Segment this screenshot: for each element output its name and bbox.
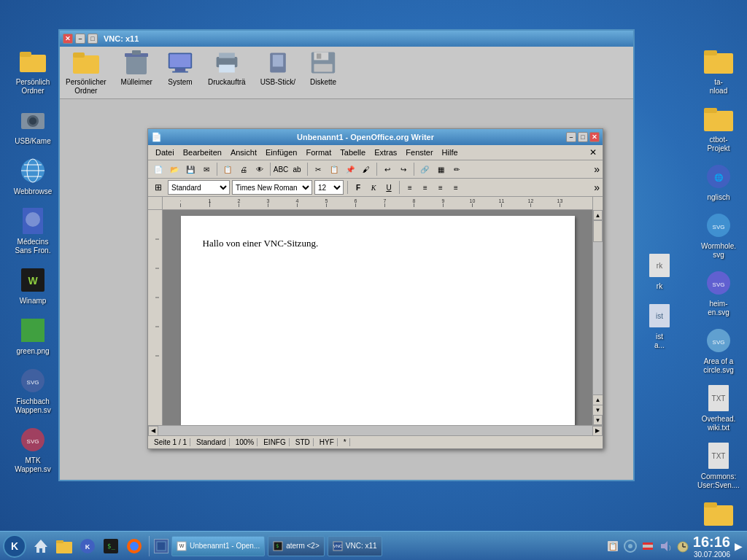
- desktop-icon-webbrowser[interactable]: Webbrowse: [7, 153, 58, 199]
- tray-volume[interactable]: ): [658, 539, 673, 553]
- quicklaunch-home[interactable]: [31, 536, 51, 556]
- vscroll-down[interactable]: ▼: [593, 415, 603, 425]
- align-center-button[interactable]: ≡: [419, 181, 432, 194]
- desktop-icon-mtk[interactable]: SVG MTKWappen.sv: [7, 422, 58, 477]
- toolbar-print[interactable]: 🖨: [236, 162, 251, 176]
- menu-tabelle[interactable]: Tabelle: [336, 147, 370, 158]
- desktop-icon-ist[interactable]: ist ista...: [634, 298, 685, 353]
- toolbar-draw[interactable]: ✏: [449, 162, 464, 176]
- oo-close-button[interactable]: ✕: [589, 132, 600, 142]
- oo-minimize-button[interactable]: –: [566, 132, 576, 142]
- toolbar-open[interactable]: 📂: [167, 162, 182, 176]
- oo-maximize-button[interactable]: □: [578, 132, 588, 142]
- tray-clock-alarm[interactable]: [676, 539, 690, 553]
- desktop-icon-persoenlicher-ordner2[interactable]: PersönlichOrdner: [7, 44, 58, 98]
- taskbar-window-aterm[interactable]: $ aterm <2>: [268, 536, 325, 556]
- menu-bearbeiten[interactable]: Bearbeiten: [179, 147, 226, 158]
- tray-flag[interactable]: [640, 539, 655, 553]
- vscroll-up[interactable]: ▲: [593, 210, 603, 220]
- toolbar-pdf[interactable]: 📋: [220, 162, 235, 176]
- vnc-icon-diskette[interactable]: Diskette: [310, 50, 336, 96]
- desktop-icon-ctbot[interactable]: ctbot-Projekt: [693, 101, 744, 156]
- desktop-icon-area[interactable]: SVG Area of acircle.svg: [693, 323, 744, 378]
- size-select[interactable]: 12: [314, 180, 344, 195]
- tray-clipboard[interactable]: 📋: [605, 539, 620, 553]
- toolbar-email[interactable]: ✉: [199, 162, 214, 176]
- vnc-minimize-button[interactable]: –: [75, 34, 85, 44]
- hscroll-left[interactable]: ◀: [148, 426, 158, 436]
- tray-network[interactable]: [623, 539, 638, 553]
- menu-close-button[interactable]: ✕: [587, 147, 600, 158]
- menu-datei[interactable]: Datei: [151, 147, 179, 158]
- vnc-taskbar-btn[interactable]: [154, 539, 169, 553]
- desktop-icon-medecins[interactable]: MédecinsSans Fron.: [7, 203, 58, 258]
- italic-button[interactable]: K: [367, 181, 380, 194]
- toolbar-expand[interactable]: »: [594, 163, 600, 175]
- quicklaunch-folder[interactable]: [54, 536, 74, 556]
- toolbar-table[interactable]: ▦: [433, 162, 448, 176]
- toolbar-copy[interactable]: 📋: [327, 162, 341, 176]
- toolbar-cut[interactable]: ✂: [311, 162, 325, 176]
- toolbar-new[interactable]: 📄: [151, 162, 166, 176]
- vnc-taskbar-icon[interactable]: [154, 539, 169, 553]
- document-content[interactable]: Hallo von einer VNC-Sitzung.: [203, 238, 553, 249]
- quicklaunch-firefox[interactable]: [124, 536, 144, 556]
- vnc-icon-system[interactable]: System: [167, 50, 193, 96]
- taskbar-arrow[interactable]: ▶: [733, 540, 744, 552]
- format-expand[interactable]: »: [594, 182, 600, 193]
- vscroll-track[interactable]: [593, 220, 603, 394]
- toolbar-preview[interactable]: 👁: [252, 162, 267, 176]
- desktop-icon-overhead[interactable]: TXT Overhead.wiki.txt: [693, 381, 744, 435]
- toolbar-spellcheck[interactable]: ABC: [274, 162, 288, 176]
- desktop-icon-fischbach[interactable]: SVG FischbachWappen.sv: [7, 363, 58, 418]
- toolbar-undo[interactable]: ↩: [380, 162, 395, 176]
- desktop-icon-usb-kame[interactable]: USB/Kame: [7, 103, 58, 149]
- toolbar-autocorrect[interactable]: ab: [290, 162, 304, 176]
- vnc-icon-usb[interactable]: USB-Stick/: [260, 50, 295, 96]
- menu-extras[interactable]: Extras: [370, 147, 401, 158]
- desktop-icon-winamp[interactable]: W Winamp: [7, 262, 58, 308]
- taskbar-window-vnc[interactable]: VNC VNC: x11: [328, 536, 382, 556]
- desktop-icon-ta-nload[interactable]: ta-nload: [693, 44, 744, 98]
- align-left-button[interactable]: ≡: [403, 181, 417, 194]
- vnc-icon-muelleimer[interactable]: Mülleimer: [121, 50, 152, 96]
- vnc-icon-persoenlicher-ordner[interactable]: PersönlicherOrdner: [66, 50, 107, 96]
- oo-page-area[interactable]: Hallo von einer VNC-Sitzung.: [163, 210, 592, 425]
- menu-ansicht[interactable]: Ansicht: [226, 147, 261, 158]
- vnc-close-button[interactable]: ✕: [63, 34, 73, 44]
- desktop-icon-green-png[interactable]: green.png: [7, 313, 58, 359]
- underline-button[interactable]: U: [382, 181, 395, 194]
- font-select[interactable]: Times New Roman: [232, 180, 312, 195]
- quicklaunch-terminal[interactable]: $_: [101, 536, 121, 556]
- desktop-icon-wormhole[interactable]: SVG Wormhole.svg: [693, 208, 744, 262]
- menu-einfuegen[interactable]: Einfügen: [261, 147, 301, 158]
- hscroll-right[interactable]: ▶: [592, 426, 603, 436]
- menu-hilfe[interactable]: Hilfe: [438, 147, 462, 158]
- style-select[interactable]: Standard: [168, 180, 230, 195]
- hscroll-track[interactable]: [158, 426, 592, 435]
- quicklaunch-kde[interactable]: K: [77, 536, 98, 556]
- icon-label: PersönlicherOrdner: [66, 78, 107, 96]
- menu-format[interactable]: Format: [301, 147, 336, 158]
- desktop-icon-rk[interactable]: rk rk: [634, 248, 685, 294]
- vnc-maximize-button[interactable]: □: [88, 34, 98, 44]
- taskbar-window-unbenannt[interactable]: W Unbenannt1 - Open...: [171, 536, 265, 556]
- vscroll-thumb[interactable]: [593, 220, 603, 242]
- toolbar-save[interactable]: 💾: [183, 162, 198, 176]
- desktop-icon-commons[interactable]: TXT Commons:User:Sven....: [693, 438, 744, 493]
- toolbar-format-paintbrush[interactable]: 🖌: [359, 162, 374, 176]
- desktop-icon-nglisch[interactable]: 🌐 nglisch: [693, 159, 744, 205]
- desktop-icon-heim-svg[interactable]: SVG heim-en.svg: [693, 265, 744, 320]
- toolbar-redo[interactable]: ↪: [396, 162, 411, 176]
- toolbar-paste[interactable]: 📌: [343, 162, 357, 176]
- vscroll-page-down[interactable]: ▼: [593, 405, 603, 415]
- bold-button[interactable]: F: [352, 181, 365, 194]
- align-justify-button[interactable]: ≡: [449, 181, 462, 194]
- vnc-icon-drucker[interactable]: Druckaufträ: [208, 50, 246, 96]
- menu-fenster[interactable]: Fenster: [401, 147, 437, 158]
- vscroll-page-up[interactable]: ▲: [593, 394, 603, 405]
- toolbar-hyperlink[interactable]: 🔗: [417, 162, 432, 176]
- style-icon[interactable]: ⊞: [151, 180, 166, 195]
- start-button[interactable]: K: [3, 534, 26, 558]
- align-right-button[interactable]: ≡: [434, 181, 447, 194]
